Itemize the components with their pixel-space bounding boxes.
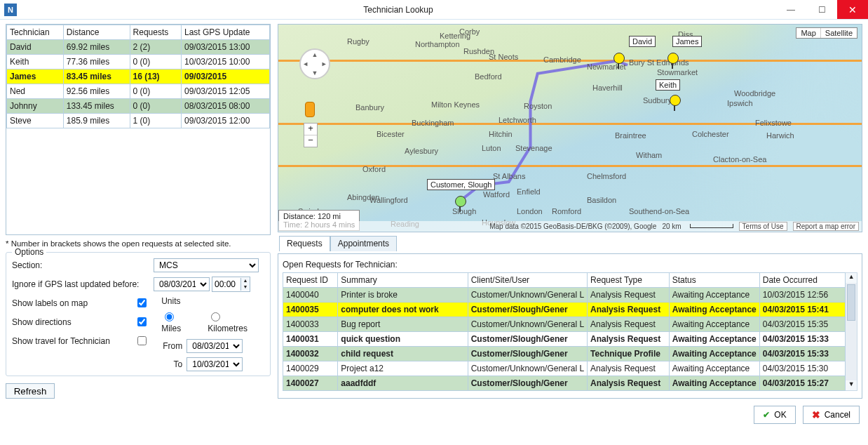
table-row[interactable]: 1400032child requestCustomer/Slough/Gene… [283, 346, 846, 361]
map-place-label: Basildon [587, 196, 616, 204]
table-row[interactable]: Keith77.36 miles0 (0)10/03/2015 10:00 [7, 55, 270, 69]
marker-label-david: David [629, 36, 656, 47]
tech-header[interactable]: Technician [7, 25, 64, 40]
req-header[interactable]: Date Occurred [759, 272, 846, 287]
technician-table[interactable]: TechnicianDistanceRequestsLast GPS Updat… [6, 24, 271, 235]
map-place-label: Harwich [766, 131, 794, 140]
req-header[interactable]: Request Type [588, 272, 670, 287]
show-labels-label: Show labels on map [12, 298, 88, 308]
map-place-label: Letchworth [499, 116, 536, 124]
spin-down-icon[interactable]: ▼ [240, 284, 250, 291]
table-row[interactable]: David69.92 miles2 (2)09/03/2015 13:00 [7, 40, 270, 55]
map-pan-control[interactable]: ▲ ◄► ▼ [299, 48, 330, 79]
map-type-switch[interactable]: Map Satellite [796, 27, 857, 39]
map-place-label: Enfield [517, 187, 541, 196]
map-place-label: Rugby [347, 37, 369, 46]
ignore-date-select[interactable]: 08/03/2015 [154, 277, 210, 291]
tech-header[interactable]: Distance [63, 25, 130, 40]
table-row[interactable]: Johnny133.45 miles0 (0)08/03/2015 08:00 [7, 99, 270, 114]
cancel-button[interactable]: ✖Cancel [803, 406, 860, 424]
scroll-down-icon[interactable]: ▼ [846, 380, 857, 390]
map[interactable]: NorthamptonCambridgeMilton KeynesOxfordL… [278, 24, 862, 232]
ok-button[interactable]: ✔OK [754, 406, 795, 424]
spin-up-icon[interactable]: ▲ [240, 278, 250, 284]
window-title: Technician Lookup [21, 5, 775, 15]
units-km-option[interactable]: Kilometres [208, 310, 264, 333]
maximize-button[interactable]: ☐ [806, 0, 837, 19]
show-directions-checkbox[interactable] [137, 317, 147, 326]
table-row[interactable]: Steve185.9 miles1 (0)09/03/2015 12:00 [7, 114, 270, 128]
show-travel-checkbox[interactable] [137, 336, 147, 345]
options-legend: Options [12, 247, 46, 257]
map-place-label: Woodbridge [734, 89, 775, 98]
ignore-time-input[interactable] [212, 278, 240, 291]
show-labels-checkbox[interactable] [137, 298, 147, 307]
report-error-link[interactable]: Report a map error [793, 222, 859, 231]
map-place-label: St Albans [493, 172, 525, 180]
map-place-label: Southend-on-Sea [629, 207, 689, 215]
table-row[interactable]: 1400029Project a12Customer/Unknown/Gener… [283, 361, 846, 376]
map-place-label: Ipswich [727, 99, 753, 107]
section-select[interactable]: MCS [154, 258, 259, 272]
app-icon: N [4, 4, 17, 16]
map-place-label: Abingdon [347, 193, 380, 201]
titlebar: N Technician Lookup — ☐ ✕ [0, 0, 868, 20]
map-type-map[interactable]: Map [796, 28, 820, 38]
marker-david[interactable] [613, 53, 623, 68]
from-date-select[interactable]: 08/03/2015 [187, 339, 243, 353]
route-distance: Distance: 120 mi [283, 212, 355, 220]
map-place-label: Northampton [415, 40, 460, 48]
marker-customer[interactable] [455, 196, 465, 211]
table-row[interactable]: 1400031quick questionCustomer/Slough/Gen… [283, 331, 846, 346]
scroll-up-icon[interactable]: ▲ [846, 273, 857, 283]
map-place-label: Haverhill [592, 84, 623, 92]
refresh-button[interactable]: Refresh [6, 383, 55, 399]
map-place-label: Luton [482, 144, 501, 152]
map-place-label: Braintree [615, 131, 646, 140]
table-row[interactable]: 1400027aaadfddfCustomer/Slough/GenerAnal… [283, 376, 846, 390]
map-place-label: Clacton-on-Sea [713, 155, 766, 164]
map-attribution: Map data ©2015 GeoBasis-DE/BKG (©2009), … [489, 222, 656, 230]
close-button[interactable]: ✕ [837, 0, 868, 19]
map-place-label: Aylesbury [405, 147, 438, 155]
map-type-satellite[interactable]: Satellite [821, 28, 857, 38]
ignore-time-spinner[interactable]: ▲▼ [212, 277, 250, 292]
ignore-gps-label: Ignore if GPS last updated before: [12, 279, 149, 289]
table-row[interactable]: James83.45 miles16 (13)09/03/2015 [7, 69, 270, 84]
map-place-label: Sudbury [643, 96, 672, 105]
req-header[interactable]: Request ID [283, 272, 338, 287]
zoom-in-button[interactable]: + [304, 124, 317, 135]
table-row[interactable]: 1400040Printer is brokeCustomer/Unknown/… [283, 287, 846, 302]
terms-link[interactable]: Terms of Use [739, 222, 787, 231]
map-place-label: Banbury [355, 103, 384, 112]
scroll-thumb[interactable] [847, 284, 855, 321]
requests-scrollbar[interactable]: ▲ ▼ [846, 272, 857, 391]
tech-header[interactable]: Requests [130, 25, 181, 40]
marker-label-james: James [672, 36, 702, 47]
table-row[interactable]: Ned92.56 miles0 (0)09/03/2015 12:05 [7, 84, 270, 99]
table-row[interactable]: 1400035computer does not workCustomer/Sl… [283, 302, 846, 317]
tab-requests[interactable]: Requests [279, 236, 330, 251]
requests-caption: Open Requests for Technician: [283, 260, 857, 270]
req-header[interactable]: Summary [338, 272, 468, 287]
req-header[interactable]: Status [669, 272, 759, 287]
units-miles-option[interactable]: Miles [161, 310, 198, 333]
minimize-button[interactable]: — [775, 0, 806, 19]
pegman-icon[interactable] [305, 102, 315, 117]
show-travel-label: Show travel for Technician [12, 336, 110, 346]
to-date-select[interactable]: 10/03/2015 [187, 357, 243, 371]
table-row[interactable]: 1400033Bug reportCustomer/Unknown/Genera… [283, 317, 846, 331]
tab-appointments[interactable]: Appointments [330, 236, 397, 251]
marker-keith[interactable] [670, 95, 679, 110]
map-place-label: London [517, 207, 543, 215]
zoom-out-button[interactable]: − [304, 135, 317, 147]
map-place-label: Milton Keynes [431, 100, 480, 109]
req-header[interactable]: Client/Site/User [468, 272, 587, 287]
tech-header[interactable]: Last GPS Update [182, 25, 270, 40]
marker-james[interactable] [667, 53, 677, 68]
map-place-label: Stowmarket [657, 68, 698, 77]
map-place-label: Felixstowe [755, 119, 792, 127]
map-place-label: Chelmsford [587, 172, 626, 180]
requests-table[interactable]: Request IDSummaryClient/Site/UserRequest… [283, 272, 846, 391]
zoom-control[interactable]: + − [304, 123, 318, 147]
